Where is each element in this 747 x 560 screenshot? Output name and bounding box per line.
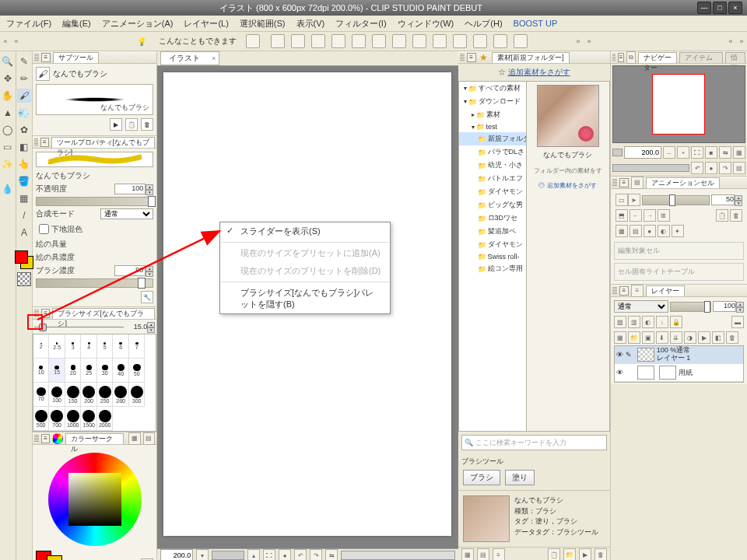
size-preset-7[interactable]: 7 <box>129 334 146 359</box>
material-btn-brush[interactable]: ブラシ <box>463 470 500 485</box>
size-preset-20[interactable]: 20 <box>65 359 82 383</box>
anim-ico-b[interactable]: ▤ <box>630 225 642 237</box>
layer-dup-icon[interactable]: ▣ <box>642 331 654 344</box>
subtool-del-icon[interactable]: 🗑 <box>141 118 153 131</box>
material-search[interactable]: 🔍ここに検索キーワードを入力 <box>461 435 607 450</box>
layer-visible-icon[interactable]: 👁 <box>615 369 626 376</box>
layer-combine-icon[interactable]: ⇊ <box>670 331 682 344</box>
anim-arrow-icon[interactable]: ➤ <box>628 194 640 206</box>
layer-new-folder-icon[interactable]: 📁 <box>628 331 640 344</box>
size-preset-250[interactable]: 250 <box>97 383 114 407</box>
nav-zoom-input[interactable] <box>624 146 661 159</box>
maximize-button[interactable]: □ <box>713 2 727 14</box>
layer-visible-icon[interactable]: 👁 <box>615 351 626 359</box>
layer-pen-icon[interactable]: ✎ <box>626 351 635 359</box>
menu-filter[interactable]: フィルター(I) <box>335 18 386 30</box>
rotate-ccw-icon[interactable]: ↶ <box>294 549 307 560</box>
layer-lock-alpha-icon[interactable]: ▨ <box>614 316 626 328</box>
menu-animation[interactable]: アニメーション(A) <box>102 18 174 30</box>
opacity-stepper[interactable]: ▴▾ <box>146 184 153 194</box>
layer-row[interactable]: 👁 ✎ 100 %通常 レイヤー 1 <box>615 346 743 364</box>
layer-mask-new-icon[interactable]: ◑ <box>684 331 696 344</box>
anim-ico-1[interactable]: ⬒ <box>615 209 628 222</box>
color-wheel[interactable] <box>48 453 142 546</box>
tool-gradient-icon[interactable]: ▦ <box>17 191 31 205</box>
tree-node[interactable]: 📁Swiss roll- <box>459 251 526 262</box>
menu-layer[interactable]: レイヤー(L) <box>184 18 228 30</box>
tool-dropper-icon[interactable]: 💧 <box>1 182 15 196</box>
tree-node[interactable]: ▸📁素材 <box>459 108 526 121</box>
size-preset-50[interactable]: 50 <box>129 359 146 383</box>
grip-icon[interactable] <box>34 435 39 443</box>
menu-view[interactable]: 表示(V) <box>296 18 325 30</box>
color-panel-opt1[interactable]: ▦ <box>128 432 141 445</box>
grip-icon[interactable] <box>34 54 39 61</box>
anim-ico-d[interactable]: ◐ <box>658 225 670 237</box>
transparent-swatch-icon[interactable] <box>17 272 31 286</box>
layer-opacity-stepper[interactable]: ▴▾ <box>736 302 744 311</box>
subtool-add-icon[interactable]: ▶ <box>110 118 122 131</box>
anim-ico-c[interactable]: ● <box>644 225 656 237</box>
zoom-scrollbar[interactable] <box>212 551 244 560</box>
close-button[interactable]: × <box>728 2 742 14</box>
anim-ico-6[interactable]: 🗑 <box>730 209 742 222</box>
subtool-dup-icon[interactable]: 📋 <box>125 118 138 131</box>
tool-eraser-icon[interactable]: ◧ <box>17 140 31 154</box>
layer-delete-icon[interactable]: 🗑 <box>726 331 738 344</box>
cmdbar-chevron-r2[interactable]: » <box>584 37 594 45</box>
tree-node[interactable]: 📁ビッグな男 <box>459 198 526 212</box>
layer-color-icon[interactable]: ▬ <box>731 316 744 328</box>
fg-bg-swatch[interactable] <box>15 250 33 269</box>
tree-node[interactable]: ▾📁ダウンロード <box>459 95 526 108</box>
size-preset-200[interactable]: 200 <box>81 383 97 407</box>
size-preset-2[interactable]: 2 <box>33 334 50 359</box>
cmd-redo-icon[interactable] <box>352 34 366 48</box>
cmdbar-chevron-r4[interactable]: » <box>736 37 747 45</box>
navigator-tab[interactable]: ナビゲーター <box>638 52 677 63</box>
anim-ico-4[interactable]: ⊞ <box>658 209 670 222</box>
size-stepper[interactable]: ▴▾ <box>147 322 155 331</box>
opacity-value[interactable]: 100 <box>114 184 146 194</box>
cmdbar-chevron-r1[interactable]: » <box>573 37 584 45</box>
size-preset-25[interactable]: 25 <box>81 359 97 383</box>
toolprop-wrench-icon[interactable]: 🔧 <box>141 291 153 303</box>
cmd-flip-v-icon[interactable] <box>453 34 467 48</box>
layer-ref-icon[interactable]: ▥ <box>628 316 640 328</box>
size-preset-5[interactable]: 5 <box>97 334 114 359</box>
tool-figure-icon[interactable]: / <box>17 208 31 222</box>
flip-icon[interactable]: ⇆ <box>325 549 338 560</box>
nav-rot-reset-icon[interactable]: ● <box>705 162 717 174</box>
panel-menu-icon[interactable]: ≡ <box>41 434 51 443</box>
anim-ico-a[interactable]: ▦ <box>615 225 628 237</box>
size-preset-4[interactable]: 4 <box>81 334 97 359</box>
cmd-flip-h-icon[interactable] <box>433 34 447 48</box>
anim-opacity-slider[interactable] <box>642 195 710 205</box>
nav-rot-cw-icon[interactable]: ↷ <box>719 162 731 174</box>
brush-density-stepper[interactable]: ▴▾ <box>146 266 153 275</box>
menu-selection[interactable]: 選択範囲(S) <box>240 18 286 30</box>
mat-paste-icon[interactable]: 📋 <box>548 548 560 560</box>
mat-delete-icon[interactable]: 🗑 <box>594 548 607 560</box>
menu-edit[interactable]: 編集(E) <box>62 18 91 30</box>
mat-view-small-icon[interactable]: ▤ <box>477 548 489 560</box>
tree-node[interactable]: 📁髪追加ペ <box>459 225 526 238</box>
tool-move-icon[interactable]: ✥ <box>1 72 15 86</box>
tree-node[interactable]: ▾📁すべての素材 <box>459 82 526 95</box>
tree-node[interactable]: 📁絵コン専用 <box>459 262 526 275</box>
layer-new-icon[interactable]: ▦ <box>614 331 626 344</box>
layer-clip-mask-icon[interactable]: ◧ <box>712 331 724 344</box>
nav-rotate-slider[interactable] <box>612 164 689 172</box>
tool-pen-icon[interactable]: ✎ <box>17 54 31 68</box>
size-preset-3[interactable]: 3 <box>65 334 82 359</box>
menu-file[interactable]: ファイル(F) <box>6 18 51 30</box>
anim-ico-3[interactable]: → <box>644 209 656 222</box>
nav-rot-ccw-icon[interactable]: ↶ <box>691 162 703 174</box>
grip-icon[interactable] <box>612 179 617 187</box>
grip-icon[interactable] <box>34 310 39 317</box>
cmdbar-hint[interactable]: こんなこともできます <box>153 36 243 47</box>
brush-variant-icon[interactable]: 🖌 <box>36 67 50 81</box>
tool-text-icon[interactable]: A <box>17 226 31 240</box>
cmdbar-chevron-left1[interactable]: « <box>0 37 11 45</box>
tree-node[interactable]: 📁バトルエフ <box>459 172 526 185</box>
nav-fit-icon[interactable]: ⛶ <box>691 146 703 159</box>
